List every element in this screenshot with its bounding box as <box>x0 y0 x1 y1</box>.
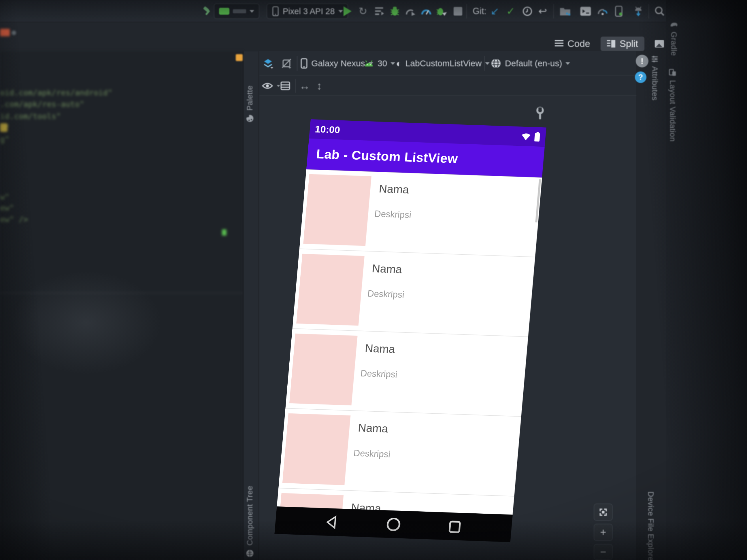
gradle-tab[interactable]: Gradle <box>669 21 678 67</box>
component-tree-icon <box>246 549 255 558</box>
palette-tab-label: Palette <box>246 85 255 111</box>
git-history-button[interactable] <box>522 0 533 23</box>
attach-debugger-button[interactable] <box>436 0 448 23</box>
file-tab-fragment[interactable] <box>0 29 10 36</box>
view-options-toolbar: ↔ ↕ <box>259 76 636 96</box>
table-icon <box>280 81 290 91</box>
device-selector-label: Pixel 3 API 28 <box>283 7 335 16</box>
preview-device-label: Galaxy Nexus <box>311 58 365 68</box>
zoom-in-button[interactable]: + <box>594 524 613 541</box>
design-surface-selector[interactable] <box>262 51 274 76</box>
item-name: Nama <box>365 342 396 356</box>
profile-app-button[interactable] <box>421 0 432 23</box>
zoom-fit-icon <box>599 508 608 516</box>
help-button[interactable]: ? <box>635 72 646 83</box>
run-config-label-blur <box>233 9 246 13</box>
git-update-button[interactable]: ↙ <box>490 0 499 23</box>
zoom-out-button[interactable]: − <box>594 544 613 560</box>
search-everywhere-button[interactable] <box>654 0 665 23</box>
bug-icon <box>390 6 400 17</box>
play-icon <box>343 6 352 16</box>
file-tab-close-icon[interactable] <box>11 30 16 35</box>
device-manager-button[interactable] <box>614 0 623 23</box>
profiler2-icon <box>597 6 608 17</box>
list-item[interactable]: Nama Deskripsi <box>292 249 535 337</box>
home-button[interactable] <box>384 516 403 533</box>
git-label: Git: <box>473 0 487 23</box>
main-toolbar: Pixel 3 API 28 ↻ <box>0 0 747 23</box>
tab-code-label: Code <box>567 38 590 49</box>
git-rollback-button[interactable]: ↩ <box>538 0 547 23</box>
code-line: ew" /> <box>0 215 28 224</box>
profiler-button[interactable] <box>405 0 416 23</box>
tab-split[interactable]: Split <box>600 36 644 51</box>
bug-arrow-icon <box>436 6 448 17</box>
toolbar-separator <box>295 79 296 93</box>
locale-selector[interactable]: Default (en-us) <box>490 51 570 76</box>
run-button[interactable] <box>343 0 352 23</box>
device-selector[interactable]: Pixel 3 API 28 <box>266 0 348 23</box>
zoom-to-fit-button[interactable] <box>594 504 613 521</box>
android-profiler-button[interactable] <box>597 0 608 23</box>
device-phone-icon <box>614 6 623 17</box>
layout-validation-tab[interactable]: Layout Validation <box>668 69 677 155</box>
stop-button[interactable] <box>454 0 462 23</box>
debug-button[interactable] <box>390 0 400 23</box>
sdk-download-icon <box>633 6 644 17</box>
terminal-icon <box>580 6 591 16</box>
back-button[interactable] <box>323 514 341 531</box>
status-time: 10:00 <box>314 123 340 135</box>
android-studio-window: Pixel 3 API 28 ↻ <box>0 0 747 560</box>
render-issues-wrench-icon[interactable] <box>534 107 546 121</box>
api-version-label: 30 <box>378 58 387 68</box>
sdk-manager-button[interactable] <box>633 0 644 23</box>
theme-selector[interactable]: ◐ LabCustomListView <box>396 51 490 76</box>
custom-listview[interactable]: Nama Deskripsi Nama Deskripsi Nama Deskr… <box>277 169 542 515</box>
list-item[interactable]: Nama Deskripsi <box>285 329 528 417</box>
item-name: Nama <box>358 422 389 435</box>
item-thumbnail <box>303 174 371 246</box>
width-constraint-button[interactable]: ↔ <box>299 76 310 96</box>
toolbar-separator <box>297 56 298 71</box>
item-thumbnail <box>282 414 351 485</box>
height-constraint-button[interactable]: ↕ <box>316 76 322 96</box>
eye-icon <box>262 81 273 90</box>
preview-device-selector[interactable]: Galaxy Nexus <box>300 51 373 76</box>
list-item[interactable]: Nama Deskripsi <box>278 408 521 496</box>
gauge-icon <box>421 6 432 17</box>
list-item[interactable]: Nama Deskripsi <box>300 169 542 257</box>
layout-variants-button[interactable] <box>280 76 290 96</box>
phone-preview[interactable]: 10:00 Lab - Custom ListView Nama Deskrip… <box>274 119 546 542</box>
chevron-down-icon <box>277 85 280 87</box>
apply-changes-button[interactable]: ↻ <box>359 0 367 23</box>
toolbar-separator <box>648 4 649 19</box>
locale-label: Default (en-us) <box>505 58 562 68</box>
layers-icon <box>262 58 274 69</box>
component-tree-tab[interactable]: Component Tree <box>246 477 255 558</box>
logcat-button[interactable] <box>580 0 591 23</box>
design-icon <box>655 40 664 48</box>
orientation-selector[interactable] <box>281 51 292 76</box>
palette-tab[interactable]: Palette <box>246 56 255 123</box>
lint-mark <box>222 229 227 236</box>
view-options-button[interactable] <box>262 76 281 96</box>
toolbar-separator <box>484 56 485 71</box>
wifi-icon <box>520 132 532 141</box>
theme-label: LabCustomListView <box>406 58 482 68</box>
project-structure-button[interactable] <box>559 0 571 23</box>
run-coverage-button[interactable] <box>374 0 385 23</box>
build-hammer-icon[interactable] <box>202 0 213 23</box>
phone-icon <box>272 6 279 16</box>
api-version-selector[interactable]: 30 <box>364 51 395 76</box>
orientation-icon <box>281 58 292 69</box>
device-file-explorer-tab[interactable]: Device File Explorer <box>646 488 655 560</box>
question-icon: ? <box>638 73 643 82</box>
run-config-selector[interactable] <box>214 0 259 23</box>
chevron-down-icon <box>338 10 343 13</box>
palette-icon <box>246 114 255 123</box>
recents-button[interactable] <box>446 518 464 535</box>
attributes-tab[interactable]: Attributes <box>650 55 659 113</box>
git-commit-button[interactable]: ✓ <box>506 0 515 23</box>
tab-code[interactable]: Code <box>555 38 590 49</box>
issues-panel-button[interactable]: ! <box>636 55 648 68</box>
